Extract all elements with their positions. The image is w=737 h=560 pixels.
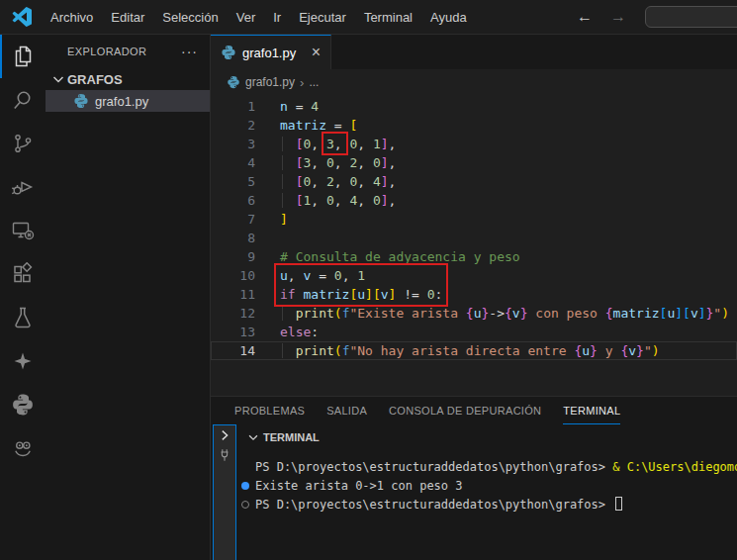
terminal-header-label: TERMINAL — [263, 431, 320, 443]
explorer-icon — [11, 45, 35, 68]
menu-ayuda[interactable]: Ayuda — [421, 6, 476, 29]
activity-item-run-debug[interactable] — [0, 165, 46, 209]
panel-tab-terminal[interactable]: TERMINAL — [563, 397, 620, 424]
line-number: 8 — [211, 229, 255, 247]
python-file-icon — [221, 45, 236, 60]
testing-icon — [11, 306, 35, 329]
line-content: else: — [280, 323, 319, 341]
plug-icon — [218, 448, 231, 462]
activity-item-testing[interactable] — [0, 296, 46, 339]
terminal-line-1: PS D:\proyectos\estructuraddedatos\pytho… — [236, 458, 737, 477]
ai-assistant-icon — [11, 436, 35, 460]
menu-ir[interactable]: Ir — [264, 6, 290, 29]
code-line-7[interactable]: 7] — [211, 210, 737, 229]
nav-forward-button[interactable]: → — [601, 8, 635, 26]
code-line-2[interactable]: 2matriz = [ — [211, 116, 737, 135]
activity-item-sparkle[interactable] — [0, 339, 46, 383]
line-content: print(f"No hay arista directa entre {u} … — [280, 341, 660, 360]
terminal-line-3: PS D:\proyectos\estructuraddedatos\pytho… — [236, 496, 737, 514]
panel-tab-salida[interactable]: SALIDA — [326, 397, 367, 424]
line-number: 3 — [211, 135, 255, 153]
breadcrumb[interactable]: grafo1.py › ... — [211, 69, 737, 95]
line-content: [1, 0, 4, 0], — [280, 191, 396, 210]
source-control-icon — [11, 132, 35, 155]
activity-item-python[interactable] — [0, 383, 46, 426]
line-number: 11 — [211, 285, 255, 304]
code-line-10[interactable]: 10u, v = 0, 1 — [211, 266, 737, 285]
code-line-8[interactable]: 8 — [211, 229, 737, 247]
bottom-panel: PROBLEMASSALIDACONSOLA DE DEPURACIÓNTERM… — [211, 396, 737, 560]
line-number: 4 — [211, 153, 255, 172]
tab-grafo1[interactable]: grafo1.py × — [211, 35, 331, 69]
activity-bar — [0, 35, 46, 560]
explorer-sidebar: EXPLORADOR ··· GRAFOS grafo1.py — [46, 35, 211, 560]
code-lines: 1n = 42matriz = [3 [0, 3, 0, 1],4 [3, 0,… — [211, 97, 737, 360]
explorer-more-actions-button[interactable]: ··· — [181, 44, 198, 59]
code-line-1[interactable]: 1n = 4 — [211, 97, 737, 116]
line-content: [0, 3, 0, 1], — [280, 135, 396, 153]
command-center-search[interactable] — [645, 6, 737, 28]
menu-archivo[interactable]: Archivo — [42, 6, 102, 29]
code-line-4[interactable]: 4 [3, 0, 2, 0], — [211, 153, 737, 172]
terminal-side-strip[interactable] — [213, 424, 236, 560]
menu-bar: ArchivoEditarSelecciónVerIrEjecutarTermi… — [42, 6, 476, 29]
sparkle-icon — [11, 349, 35, 373]
run-debug-icon — [11, 175, 35, 199]
line-number: 13 — [211, 323, 255, 341]
panel-tab-consola-de-depuracio-n[interactable]: CONSOLA DE DEPURACIÓN — [389, 397, 541, 424]
extensions-icon — [11, 262, 35, 286]
line-content: matriz = [ — [280, 116, 357, 135]
folder-section-grafos[interactable]: GRAFOS — [46, 68, 210, 90]
menu-editar[interactable]: Editar — [102, 6, 153, 29]
tab-strip: grafo1.py × — [211, 35, 737, 69]
code-line-11[interactable]: 11if matriz[u][v] != 0: — [211, 285, 737, 304]
python-file-icon — [227, 75, 240, 89]
workbench: EXPLORADOR ··· GRAFOS grafo1.py grafo1.p… — [0, 35, 737, 560]
line-content: n = 4 — [280, 97, 319, 116]
code-editor[interactable]: 1n = 42matriz = [3 [0, 3, 0, 1],4 [3, 0,… — [211, 95, 737, 396]
command-decoration-icon[interactable] — [241, 501, 249, 509]
line-content: [3, 0, 2, 0], — [280, 153, 396, 172]
remote-explorer-icon — [11, 219, 35, 242]
terminal-output[interactable]: PS D:\proyectos\estructuraddedatos\pytho… — [236, 450, 737, 560]
menu-ver[interactable]: Ver — [228, 6, 265, 29]
code-line-3[interactable]: 3 [0, 3, 0, 1], — [211, 135, 737, 153]
line-content: ] — [280, 210, 288, 229]
nav-back-button[interactable]: ← — [568, 8, 601, 26]
line-number: 5 — [211, 172, 255, 191]
chevron-right-icon — [218, 428, 231, 442]
panel-tab-problemas[interactable]: PROBLEMAS — [234, 397, 305, 424]
title-bar: ArchivoEditarSelecciónVerIrEjecutarTermi… — [0, 0, 737, 35]
code-line-14[interactable]: 14 print(f"No hay arista directa entre {… — [211, 341, 737, 360]
line-content: u, v = 0, 1 — [280, 266, 365, 285]
line-number: 6 — [211, 191, 255, 210]
activity-item-extensions[interactable] — [0, 252, 46, 296]
activity-item-ai-assistant[interactable] — [0, 426, 46, 470]
line-number: 12 — [211, 304, 255, 323]
file-item-grafo1[interactable]: grafo1.py — [46, 90, 210, 112]
breadcrumb-separator: › — [300, 75, 304, 90]
line-content: print(f"Existe arista {u}->{v} con peso … — [280, 304, 729, 323]
panel-tab-bar: PROBLEMASSALIDACONSOLA DE DEPURACIÓNTERM… — [211, 397, 737, 424]
menu-ejecutar[interactable]: Ejecutar — [290, 6, 355, 29]
file-item-label: grafo1.py — [95, 94, 148, 109]
tab-close-icon[interactable]: × — [310, 44, 322, 61]
activity-item-search[interactable] — [0, 78, 46, 122]
tab-label: grafo1.py — [242, 46, 310, 60]
activity-item-remote-explorer[interactable] — [0, 209, 46, 252]
menu-seleccion[interactable]: Selección — [153, 6, 227, 29]
code-line-13[interactable]: 13else: — [211, 323, 737, 341]
terminal-line-2: Existe arista 0->1 con peso 3 — [236, 477, 737, 496]
line-number: 14 — [211, 341, 255, 360]
menu-terminal[interactable]: Terminal — [355, 6, 421, 29]
line-number: 7 — [211, 210, 255, 229]
code-line-9[interactable]: 9# Consulta de adyacencia y peso — [211, 247, 737, 266]
activity-item-source-control[interactable] — [0, 122, 46, 165]
command-success-decoration-icon[interactable] — [241, 482, 249, 490]
python-icon — [11, 393, 35, 417]
code-line-6[interactable]: 6 [1, 0, 4, 0], — [211, 191, 737, 210]
code-line-12[interactable]: 12 print(f"Existe arista {u}->{v} con pe… — [211, 304, 737, 323]
terminal-section-header[interactable]: TERMINAL — [236, 424, 737, 450]
code-line-5[interactable]: 5 [0, 2, 0, 4], — [211, 172, 737, 191]
activity-item-explorer[interactable] — [0, 35, 46, 78]
